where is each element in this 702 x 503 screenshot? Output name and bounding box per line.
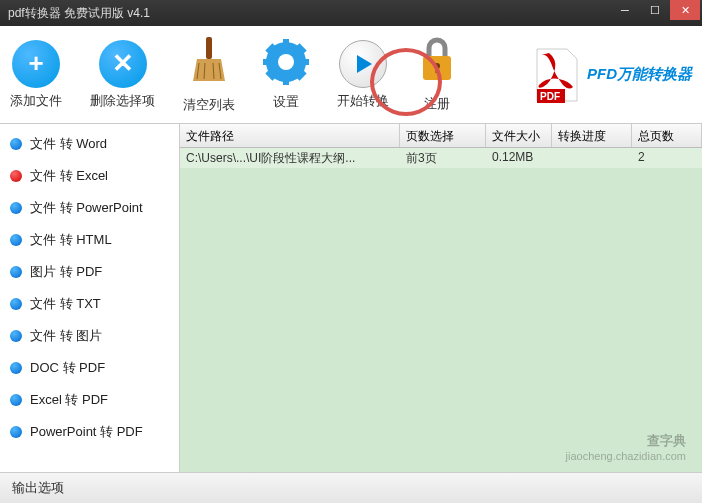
brand-logo: PDF PFD万能转换器 <box>529 45 692 105</box>
col-total[interactable]: 总页数 <box>632 124 702 147</box>
svg-rect-0 <box>206 37 212 59</box>
sidebar-item-1[interactable]: 文件 转 Excel <box>0 160 179 192</box>
cell-progress <box>552 148 632 168</box>
sidebar-item-0[interactable]: 文件 转 Word <box>0 128 179 160</box>
start-convert-button[interactable]: 开始转换 <box>337 40 389 110</box>
sidebar-item-label: PowerPoint 转 PDF <box>30 423 143 441</box>
window-controls: ─ ☐ ✕ <box>610 0 700 20</box>
x-icon: ✕ <box>99 40 147 88</box>
sidebar-item-label: 文件 转 Excel <box>30 167 108 185</box>
svg-marker-15 <box>357 55 372 73</box>
sidebar: 文件 转 Word文件 转 Excel文件 转 PowerPoint文件 转 H… <box>0 124 180 472</box>
table-body: C:\Users\...\UI阶段性课程大纲...前3页0.12MB2 <box>180 148 702 168</box>
maximize-button[interactable]: ☐ <box>640 0 670 20</box>
sidebar-item-label: 文件 转 图片 <box>30 327 102 345</box>
sidebar-item-2[interactable]: 文件 转 PowerPoint <box>0 192 179 224</box>
bullet-icon <box>10 298 22 310</box>
sidebar-item-3[interactable]: 文件 转 HTML <box>0 224 179 256</box>
register-button[interactable]: 注册 <box>417 36 457 113</box>
bullet-icon <box>10 202 22 214</box>
bullet-icon <box>10 234 22 246</box>
col-progress[interactable]: 转换进度 <box>552 124 632 147</box>
bullet-icon <box>10 266 22 278</box>
table-row[interactable]: C:\Users\...\UI阶段性课程大纲...前3页0.12MB2 <box>180 148 702 168</box>
col-size[interactable]: 文件大小 <box>486 124 552 147</box>
broom-icon <box>189 35 229 92</box>
toolbar: + 添加文件 ✕ 删除选择项 清空列表 设置 开始转换 注册 PDF PFD万能… <box>0 26 702 124</box>
watermark: 查字典 jiaocheng.chazidian.com <box>566 432 686 462</box>
table-header: 文件路径 页数选择 文件大小 转换进度 总页数 <box>180 124 702 148</box>
sidebar-item-8[interactable]: Excel 转 PDF <box>0 384 179 416</box>
plus-icon: + <box>12 40 60 88</box>
output-options-label[interactable]: 输出选项 <box>12 479 64 497</box>
bullet-icon <box>10 330 22 342</box>
sidebar-item-label: 文件 转 HTML <box>30 231 112 249</box>
col-path[interactable]: 文件路径 <box>180 124 400 147</box>
svg-rect-8 <box>283 75 289 85</box>
cell-total: 2 <box>632 148 702 168</box>
content-area: 文件路径 页数选择 文件大小 转换进度 总页数 C:\Users\...\UI阶… <box>180 124 702 472</box>
cell-pages: 前3页 <box>400 148 486 168</box>
close-button[interactable]: ✕ <box>670 0 700 20</box>
svg-point-6 <box>278 54 294 70</box>
sidebar-item-5[interactable]: 文件 转 TXT <box>0 288 179 320</box>
brand-text: PFD万能转换器 <box>587 65 692 84</box>
sidebar-item-6[interactable]: 文件 转 图片 <box>0 320 179 352</box>
main-area: 文件 转 Word文件 转 Excel文件 转 PowerPoint文件 转 H… <box>0 124 702 472</box>
sidebar-item-label: 文件 转 TXT <box>30 295 101 313</box>
sidebar-item-label: 文件 转 PowerPoint <box>30 199 143 217</box>
sidebar-item-label: DOC 转 PDF <box>30 359 105 377</box>
titlebar: pdf转换器 免费试用版 v4.1 ─ ☐ ✕ <box>0 0 702 26</box>
bullet-icon <box>10 138 22 150</box>
minimize-button[interactable]: ─ <box>610 0 640 20</box>
window-title: pdf转换器 免费试用版 v4.1 <box>8 5 150 22</box>
col-pages[interactable]: 页数选择 <box>400 124 486 147</box>
play-icon <box>339 40 387 88</box>
gear-icon <box>263 39 309 89</box>
svg-text:PDF: PDF <box>540 91 560 102</box>
svg-rect-10 <box>299 59 309 65</box>
pdf-logo-icon: PDF <box>529 45 581 105</box>
sidebar-item-4[interactable]: 图片 转 PDF <box>0 256 179 288</box>
bullet-icon <box>10 362 22 374</box>
svg-rect-9 <box>263 59 273 65</box>
sidebar-item-7[interactable]: DOC 转 PDF <box>0 352 179 384</box>
bullet-icon <box>10 426 22 438</box>
sidebar-item-label: Excel 转 PDF <box>30 391 108 409</box>
bullet-icon <box>10 170 22 182</box>
bullet-icon <box>10 394 22 406</box>
svg-rect-18 <box>436 66 439 73</box>
svg-rect-7 <box>283 39 289 49</box>
lock-icon <box>417 36 457 91</box>
sidebar-item-label: 文件 转 Word <box>30 135 107 153</box>
clear-list-button[interactable]: 清空列表 <box>183 35 235 114</box>
sidebar-item-label: 图片 转 PDF <box>30 263 102 281</box>
settings-button[interactable]: 设置 <box>263 39 309 111</box>
cell-size: 0.12MB <box>486 148 552 168</box>
sidebar-item-9[interactable]: PowerPoint 转 PDF <box>0 416 179 448</box>
add-file-button[interactable]: + 添加文件 <box>10 40 62 110</box>
remove-selected-button[interactable]: ✕ 删除选择项 <box>90 40 155 110</box>
footer: 输出选项 <box>0 472 702 503</box>
cell-path: C:\Users\...\UI阶段性课程大纲... <box>180 148 400 168</box>
